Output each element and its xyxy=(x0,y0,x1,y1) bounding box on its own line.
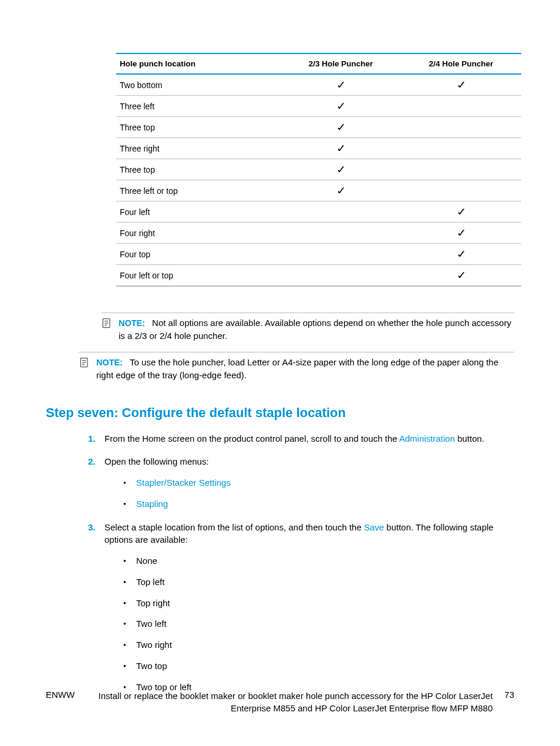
table-row: Three left✓ xyxy=(116,96,521,117)
cell-23: ✓ xyxy=(281,180,401,201)
footer-center: Install or replace the booklet maker or … xyxy=(98,690,492,714)
list-item: Stapling xyxy=(123,498,514,510)
cell-location: Three top xyxy=(116,117,281,138)
check-icon: ✓ xyxy=(335,142,347,154)
list-item: Two right xyxy=(123,639,514,651)
step-2: Open the following menus: Stapler/Stacke… xyxy=(92,455,514,510)
step-1: From the Home screen on the product cont… xyxy=(92,432,514,445)
cell-24 xyxy=(401,138,521,159)
table-row: Four left✓ xyxy=(116,201,521,223)
table-row: Four top✓ xyxy=(116,244,521,265)
note-1: NOTE:Not all options are available. Avai… xyxy=(101,312,514,342)
check-icon: ✓ xyxy=(335,184,347,197)
table-row: Three top✓ xyxy=(116,117,521,138)
table-row: Three top✓ xyxy=(116,159,521,180)
footer-left: ENWW xyxy=(46,690,75,700)
cell-23: ✓ xyxy=(281,138,401,159)
note-label: NOTE: xyxy=(119,318,152,328)
list-item: None xyxy=(123,555,514,567)
menu-link: Stapler/Stacker Settings xyxy=(136,478,231,488)
page-footer: ENWW Install or replace the booklet make… xyxy=(46,690,514,714)
cell-24: ✓ xyxy=(401,265,521,287)
list-item: Stapler/Stacker Settings xyxy=(123,476,514,489)
table-row: Four right✓ xyxy=(116,223,521,244)
cell-24 xyxy=(401,117,521,138)
th-location: Hole punch location xyxy=(116,53,281,74)
check-icon: ✓ xyxy=(455,247,467,260)
hole-punch-table: Hole punch location 2/3 Hole Puncher 2/4… xyxy=(116,53,521,287)
table-row: Three right✓ xyxy=(116,138,521,159)
cell-location: Four top xyxy=(116,244,281,265)
note-text: Not all options are available. Available… xyxy=(119,318,511,341)
th-23: 2/3 Hole Puncher xyxy=(281,53,401,74)
cell-location: Four left xyxy=(116,201,281,223)
list-item: Two top xyxy=(123,660,514,673)
table-row: Four left or top✓ xyxy=(116,265,521,287)
cell-24: ✓ xyxy=(401,244,521,265)
table-row: Three left or top✓ xyxy=(116,180,521,201)
cell-23: ✓ xyxy=(281,117,401,138)
cell-23: ✓ xyxy=(281,159,401,180)
steps-list: From the Home screen on the product cont… xyxy=(92,432,514,694)
list-item: Two left xyxy=(123,617,514,630)
cell-24 xyxy=(401,180,521,201)
cell-24: ✓ xyxy=(401,201,521,223)
check-icon: ✓ xyxy=(455,205,467,218)
check-icon: ✓ xyxy=(335,99,347,112)
note-icon xyxy=(79,357,90,368)
cell-location: Three left or top xyxy=(116,180,281,201)
cell-23 xyxy=(281,244,401,265)
cell-23 xyxy=(281,201,401,223)
th-24: 2/4 Hole Puncher xyxy=(401,53,521,74)
note-text: To use the hole puncher, load Letter or … xyxy=(96,357,498,380)
cell-location: Four left or top xyxy=(116,265,281,287)
menu-link: Stapling xyxy=(136,499,168,509)
list-item: Top right xyxy=(123,597,514,610)
check-icon: ✓ xyxy=(455,78,467,91)
cell-24: ✓ xyxy=(401,223,521,244)
cell-23 xyxy=(281,265,401,287)
check-icon: ✓ xyxy=(335,163,347,176)
cell-23 xyxy=(281,223,401,244)
cell-24: ✓ xyxy=(401,74,521,96)
cell-location: Three right xyxy=(116,138,281,159)
note-icon xyxy=(101,317,113,329)
cell-location: Three left xyxy=(116,96,281,117)
note-label: NOTE: xyxy=(96,358,130,367)
check-icon: ✓ xyxy=(335,120,347,133)
step-seven-heading: Step seven: Configure the default staple… xyxy=(46,405,514,421)
check-icon: ✓ xyxy=(455,268,467,281)
cell-24 xyxy=(401,96,521,117)
cell-23: ✓ xyxy=(281,96,401,117)
cell-location: Two bottom xyxy=(116,74,281,96)
table-row: Two bottom✓✓ xyxy=(116,74,521,96)
cell-location: Four right xyxy=(116,223,281,244)
check-icon: ✓ xyxy=(335,78,347,91)
save-link: Save xyxy=(364,522,384,532)
administration-link: Administration xyxy=(399,434,455,443)
step-3: Select a staple location from the list o… xyxy=(92,521,514,694)
note-2: NOTE:To use the hole puncher, load Lette… xyxy=(79,352,514,382)
list-item: Top left xyxy=(123,576,514,589)
cell-24 xyxy=(401,159,521,180)
page-number: 73 xyxy=(504,690,514,700)
check-icon: ✓ xyxy=(455,226,467,239)
cell-location: Three top xyxy=(116,159,281,180)
cell-23: ✓ xyxy=(281,74,401,96)
